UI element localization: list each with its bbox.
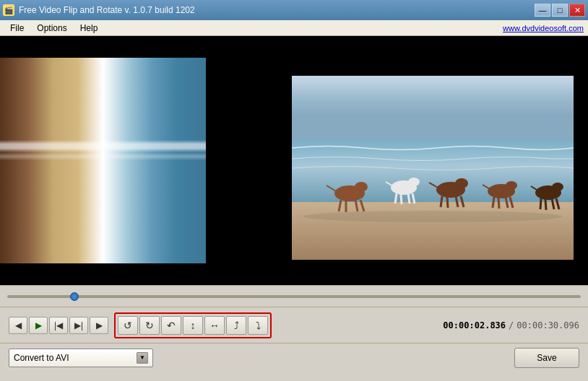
minimize-button[interactable]: — — [535, 4, 550, 17]
flip-horizontal-button[interactable]: ↔ — [204, 316, 225, 335]
video-preview-left — [0, 36, 206, 285]
svg-point-19 — [506, 181, 517, 190]
next-frame-button[interactable]: ▶ — [90, 317, 108, 334]
play-button[interactable]: ▶ — [29, 317, 48, 334]
svg-line-28 — [545, 199, 546, 210]
left-video-frame — [0, 58, 206, 263]
svg-line-27 — [540, 198, 541, 209]
app-icon: 🎬 — [3, 4, 14, 16]
svg-line-13 — [441, 196, 442, 207]
rotate-right-45-button[interactable]: ⤵ — [248, 316, 268, 335]
svg-line-14 — [447, 197, 448, 208]
svg-point-12 — [455, 178, 468, 188]
options-menu[interactable]: Options — [31, 22, 72, 35]
save-button[interactable]: Save — [514, 348, 579, 368]
svg-point-26 — [552, 183, 563, 191]
close-button[interactable]: ✕ — [569, 4, 585, 17]
time-separator: / — [509, 320, 514, 330]
title-bar-left: 🎬 Free Video Flip and Rotate v. 1.0.7 bu… — [3, 4, 195, 16]
maximize-button[interactable]: □ — [552, 4, 568, 17]
total-time: 00:00:30.096 — [516, 320, 579, 330]
file-menu[interactable]: File — [4, 22, 30, 35]
svg-point-33 — [355, 182, 368, 192]
svg-point-5 — [408, 178, 420, 186]
svg-line-20 — [493, 197, 494, 208]
main-video-area — [0, 36, 588, 285]
menu-items: File Options Help — [4, 22, 103, 35]
prev-frame-button[interactable]: ◀ — [9, 317, 27, 334]
window-controls[interactable]: — □ ✕ — [535, 4, 585, 17]
format-dropdown[interactable]: Convert to AVI ▼ — [9, 349, 153, 367]
help-menu[interactable]: Help — [74, 22, 104, 35]
title-bar: 🎬 Free Video Flip and Rotate v. 1.0.7 bu… — [0, 0, 588, 20]
svg-rect-1 — [292, 141, 574, 206]
svg-line-6 — [395, 193, 397, 203]
svg-line-7 — [401, 194, 402, 204]
svg-line-21 — [498, 198, 499, 209]
flip-vertical-button[interactable]: ↕ — [183, 316, 203, 335]
format-dropdown-label: Convert to AVI — [14, 353, 69, 363]
seek-slider-area — [0, 285, 588, 307]
rotate-180-button[interactable]: ↶ — [161, 316, 181, 335]
transform-buttons: ↺ ↻ ↶ ↕ ↔ ⤴ ⤵ — [114, 312, 272, 338]
playback-buttons: ◀ ▶ |◀ ▶| ▶ — [9, 317, 108, 334]
go-end-button[interactable]: ▶| — [69, 317, 88, 334]
website-link[interactable]: www.dvdvideosoft.com — [503, 24, 584, 32]
go-start-button[interactable]: |◀ — [49, 317, 68, 334]
rotate-left-90-button[interactable]: ↺ — [118, 316, 138, 335]
controls-area: ◀ ▶ |◀ ▶| ▶ ↺ ↻ ↶ ↕ ↔ ⤴ ⤵ 00:00:02.836 /… — [0, 307, 588, 343]
rotate-left-45-button[interactable]: ⤴ — [226, 316, 246, 335]
menu-bar: File Options Help www.dvdvideosoft.com — [0, 20, 588, 36]
right-video-svg — [292, 76, 574, 260]
current-time: 00:00:02.836 — [443, 320, 506, 330]
time-display: 00:00:02.836 / 00:00:30.096 — [443, 320, 579, 330]
svg-line-8 — [408, 193, 410, 203]
video-preview-right — [292, 76, 574, 260]
bottom-bar: Convert to AVI ▼ Save — [0, 343, 588, 372]
seek-slider-track[interactable] — [7, 295, 581, 298]
svg-point-3 — [303, 211, 563, 222]
dropdown-arrow-icon: ▼ — [137, 352, 148, 364]
rotate-right-90-button[interactable]: ↻ — [139, 316, 160, 335]
seek-slider-thumb[interactable] — [70, 292, 79, 301]
window-title: Free Video Flip and Rotate v. 1.0.7 buil… — [19, 5, 195, 15]
